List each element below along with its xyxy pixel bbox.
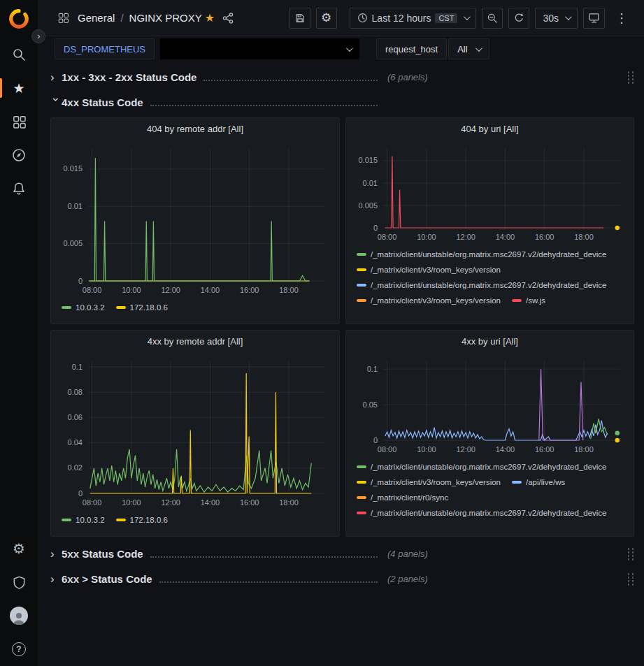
legend-label: /_matrix/client/unstable/org.matrix.msc2… (371, 250, 607, 259)
panel-title[interactable]: 4xx by remote addr [All] (57, 334, 333, 351)
panels-grid: 404 by remote addr [All] 00.0050.010.015… (50, 117, 634, 537)
row-6xx-status-code[interactable]: › 6xx > Status Code (2 panels) (50, 569, 634, 588)
sidebar: ★ ⚙ (0, 0, 38, 666)
svg-text:16:00: 16:00 (240, 286, 259, 294)
row-drag-handle[interactable] (626, 70, 634, 84)
sidebar-item-search[interactable] (0, 38, 38, 71)
refresh-interval-select[interactable]: 30s (535, 8, 578, 29)
legend-item[interactable]: /_matrix/client/v3/room_keys/version (357, 477, 501, 487)
row-title: 5xx Status Code (62, 548, 143, 560)
row-drag-handle[interactable] (626, 546, 634, 560)
row-5xx-status-code[interactable]: › 5xx Status Code (4 panels) (50, 544, 634, 563)
legend-item[interactable]: 10.0.3.2 (62, 302, 105, 312)
panel-4xx-by-remote-addr: 4xx by remote addr [All] 00.020.040.060.… (50, 330, 340, 537)
legend-swatch (62, 519, 71, 521)
save-icon (294, 13, 306, 24)
svg-text:08:00: 08:00 (378, 233, 397, 241)
sidebar-item-dashboards[interactable] (0, 105, 38, 138)
gear-icon: ⚙ (13, 542, 25, 556)
favorite-star-icon[interactable]: ★ (205, 13, 215, 24)
bell-icon (11, 181, 27, 196)
refresh-button[interactable] (508, 8, 529, 29)
legend-item[interactable]: 10.0.3.2 (62, 514, 105, 525)
svg-text:0.005: 0.005 (358, 201, 378, 210)
row-title-group: › 5xx Status Code (50, 548, 385, 560)
breadcrumb-dashboard-title[interactable]: NGINX PROXY (129, 12, 202, 24)
legend-label: /_matrix/client/unstable/org.matrix.msc2… (371, 509, 607, 517)
row-title-group: › 6xx > Status Code (50, 573, 385, 585)
sidebar-item-configuration[interactable]: ⚙ (0, 532, 38, 565)
user-silhouette-icon (11, 611, 27, 625)
legend-item[interactable]: /_matrix/client/r0/sync (357, 492, 448, 502)
timeseries-chart[interactable]: 00.0050.010.01508:0010:0012:0014:0016:00… (352, 138, 627, 245)
sidebar-item-starred[interactable]: ★ (0, 71, 38, 105)
legend-item[interactable]: /_matrix/client/unstable/org.matrix.msc2… (357, 461, 607, 472)
panel-title[interactable]: 404 by uri [All] (352, 122, 627, 138)
datasource-variable-label[interactable]: DS_PROMETHEUS (55, 38, 155, 59)
legend-label: /sw.js (526, 296, 545, 305)
share-button[interactable] (219, 9, 237, 27)
sidebar-item-alerting[interactable] (0, 172, 38, 205)
sidebar-item-server-admin[interactable] (0, 565, 38, 599)
compass-icon (11, 147, 27, 163)
breadcrumb-folder[interactable]: General (78, 12, 115, 24)
kebab-menu-button[interactable]: ⋮ (610, 8, 633, 29)
chevron-right-icon: › (50, 71, 62, 83)
panel-404-by-uri: 404 by uri [All] 00.0050.010.01508:0010:… (345, 117, 634, 324)
legend-item[interactable]: 172.18.0.6 (116, 302, 168, 312)
legend-item[interactable]: /_matrix/client/unstable/org.matrix.msc2… (357, 249, 607, 259)
svg-text:14:00: 14:00 (201, 286, 220, 294)
legend-swatch (62, 306, 71, 309)
legend-swatch (512, 481, 522, 484)
chart-legend: 10.0.3.2172.18.0.6 (57, 510, 333, 531)
dashboard-settings-button[interactable]: ⚙ (316, 8, 337, 29)
svg-text:0.08: 0.08 (68, 388, 83, 396)
request-host-select[interactable]: All (448, 38, 489, 59)
svg-text:0.01: 0.01 (363, 179, 378, 187)
svg-text:12:00: 12:00 (161, 498, 180, 507)
legend-label: /_matrix/client/r0/sync (371, 493, 448, 502)
legend-item[interactable]: /_matrix/client/unstable/org.matrix.msc2… (357, 280, 607, 290)
chevron-down-icon: › (50, 97, 62, 108)
datasource-variable-select[interactable] (160, 38, 359, 59)
panel-title[interactable]: 404 by remote addr [All] (57, 122, 333, 138)
save-dashboard-button[interactable] (289, 8, 310, 29)
dashboard-topbar: General / NGINX PROXY ★ ⚙ Last 12 hours … (38, 0, 644, 36)
row-drag-handle[interactable] (626, 572, 634, 586)
legend-item[interactable]: 172.18.0.6 (116, 514, 168, 525)
row-4xx-status-code[interactable]: › 4xx Status Code (50, 92, 634, 112)
svg-text:0.1: 0.1 (367, 365, 378, 373)
row-panel-count: (2 panels) (387, 574, 428, 584)
legend-item[interactable]: /api/live/ws (512, 477, 565, 487)
svg-text:16:00: 16:00 (535, 445, 554, 454)
timeseries-chart[interactable]: 00.0050.010.01508:0010:0012:0014:0016:00… (57, 138, 332, 298)
svg-text:14:00: 14:00 (496, 445, 515, 454)
legend-swatch (357, 284, 366, 287)
share-icon (222, 12, 234, 24)
sidebar-item-explore[interactable] (0, 138, 38, 172)
svg-text:0: 0 (373, 436, 378, 444)
legend-item[interactable]: /_matrix/client/v3/room_keys/version (357, 295, 501, 305)
panel-title[interactable]: 4xx by uri [All] (352, 334, 627, 351)
time-range-picker[interactable]: Last 12 hours CST (350, 8, 477, 29)
legend-item[interactable]: /_matrix/client/v3/room_keys/version (357, 264, 501, 275)
legend-label: 10.0.3.2 (76, 516, 105, 524)
breadcrumb: General / NGINX PROXY (78, 12, 202, 24)
zoom-out-time-button[interactable] (482, 8, 503, 29)
legend-item[interactable]: /_matrix/client/unstable/org.matrix.msc2… (357, 507, 607, 518)
svg-text:10:00: 10:00 (417, 445, 436, 454)
timeseries-chart[interactable]: 00.020.040.060.080.108:0010:0012:0014:00… (57, 351, 332, 510)
legend-item[interactable]: /sw.js (512, 295, 545, 305)
chevron-down-icon (475, 45, 482, 52)
svg-text:16:00: 16:00 (535, 233, 554, 241)
sidebar-item-help[interactable]: ? (0, 632, 38, 666)
dashboards-grid-icon (12, 115, 27, 129)
tv-mode-button[interactable] (583, 8, 605, 29)
timeseries-chart[interactable]: 00.050.108:0010:0012:0014:0016:0018:00 (352, 351, 627, 457)
sidebar-expand-button[interactable]: › (31, 29, 45, 43)
row-1xx-3xx-2xx-status-code[interactable]: › 1xx - 3xx - 2xx Status Code (6 panels) (50, 67, 634, 87)
svg-text:12:00: 12:00 (456, 445, 475, 454)
sidebar-item-profile[interactable] (0, 599, 38, 632)
svg-text:18:00: 18:00 (279, 286, 299, 294)
svg-text:08:00: 08:00 (378, 445, 397, 454)
